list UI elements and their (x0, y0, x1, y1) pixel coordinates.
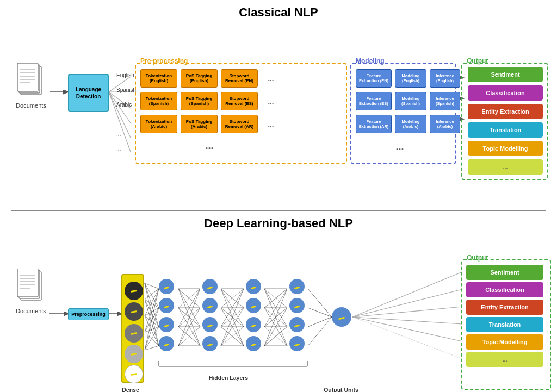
out-entity-c: Entity Extraction (468, 104, 543, 119)
svg-line-89 (308, 308, 332, 317)
svg-line-63 (221, 308, 244, 346)
preprocessing-dl-label: Preprocessing (71, 312, 106, 317)
svg-line-48 (178, 289, 200, 327)
pos-es: PoS Tagging(Spanish) (181, 92, 218, 110)
l4-n4 (289, 336, 305, 351)
svg-line-86 (264, 327, 287, 346)
l3-n4 (246, 336, 261, 351)
svg-line-78 (264, 308, 287, 327)
svg-line-23 (145, 283, 159, 346)
svg-line-62 (221, 308, 244, 327)
l1-n3 (159, 317, 174, 332)
svg-line-81 (264, 308, 287, 327)
svg-line-41 (178, 289, 200, 308)
pos-ar: PoS Tagging(Arabic) (181, 115, 218, 133)
infer-en: Inference(English) (430, 69, 460, 88)
svg-line-28 (145, 289, 159, 316)
svg-line-46 (178, 308, 200, 327)
svg-line-24 (145, 289, 159, 300)
svg-line-92 (352, 272, 462, 317)
svg-rect-103 (17, 269, 38, 297)
svg-line-85 (264, 308, 287, 346)
l2-n1 (202, 279, 218, 294)
infer-es: Inference(Spanish) (430, 92, 460, 110)
svg-line-54 (178, 327, 200, 346)
dots-r2: ... (260, 92, 282, 110)
svg-line-35 (145, 332, 159, 346)
svg-line-20 (145, 283, 159, 289)
svg-line-97 (352, 317, 462, 359)
output-units-axis-label: Output Units (319, 387, 363, 392)
l1-n1 (159, 279, 174, 294)
hidden-layers-axis-label: Hidden Layers (196, 375, 261, 381)
svg-line-70 (221, 327, 244, 346)
svg-line-49 (178, 308, 200, 327)
svg-line-57 (221, 289, 244, 308)
svg-line-90 (308, 317, 332, 327)
dense-embed-box (121, 274, 144, 383)
l3-n1 (246, 279, 261, 294)
svg-line-43 (178, 289, 200, 346)
svg-line-37 (145, 308, 159, 350)
lang-arabic: Arabic (116, 102, 136, 108)
feat-en: FeatureExtraction (EN) (356, 69, 392, 88)
dl-out-entity: Entity Extraction (466, 300, 543, 315)
dl-out-translation: Translation (466, 317, 543, 332)
tok-ar: Tokenization(Arabic) (140, 115, 177, 133)
lang-dot3: ... (116, 146, 136, 152)
hidden-layers-label: Hidden Layers (209, 375, 248, 381)
svg-line-67 (221, 327, 244, 346)
output-units-label: Output Units (324, 387, 358, 392)
modeling-label: Modeling (356, 57, 385, 65)
svg-line-96 (352, 317, 462, 341)
svg-line-88 (308, 289, 332, 317)
lang-spanish: Spanish (116, 87, 136, 93)
svg-line-27 (145, 300, 159, 346)
lang-labels: English Spanish Arabic ... ... ... (116, 72, 136, 160)
l2-n2 (202, 298, 218, 313)
output-label-dl: Output (467, 254, 488, 262)
feat-es: FeatureExtraction (ES) (356, 92, 392, 110)
svg-line-34 (145, 327, 159, 332)
svg-line-65 (221, 308, 244, 327)
out-classification-c: Classification (468, 85, 543, 101)
svg-line-44 (178, 289, 200, 308)
l3-n3 (246, 317, 261, 332)
svg-line-31 (145, 316, 159, 346)
svg-line-26 (145, 300, 159, 327)
lang-detect-box: LanguageDetection (68, 74, 109, 112)
feat-ar: FeatureExtraction (AR) (356, 115, 392, 133)
l4-n3 (289, 317, 305, 332)
svg-line-80 (264, 289, 287, 327)
classical-documents: Documents (12, 63, 50, 109)
dl-out-sentiment: Sentiment (466, 265, 543, 280)
svg-line-51 (178, 327, 200, 346)
stop-en: StopwordRemoval (EN) (221, 69, 258, 88)
model-en: Modeling(English) (395, 69, 426, 88)
svg-line-52 (178, 289, 200, 346)
svg-line-84 (264, 289, 287, 346)
dl-out-dots: ... (466, 352, 543, 367)
lang-detect-label: LanguageDetection (76, 86, 101, 100)
infer-ar: Inference(Arabic) (430, 115, 460, 133)
l2-n3 (202, 317, 218, 332)
svg-rect-12 (17, 63, 38, 91)
out-sentiment-c: Sentiment (468, 67, 543, 82)
dots-model: ... (386, 139, 413, 154)
svg-line-42 (178, 289, 200, 327)
lang-english: English (116, 72, 136, 78)
dl-doc-icon (16, 269, 46, 306)
output-unit (332, 307, 351, 327)
dl-out-classification: Classification (466, 282, 543, 297)
stop-es: StopwordRemoval (ES) (221, 92, 258, 110)
preprocessing-label: Pre-processing (140, 57, 188, 65)
svg-line-64 (221, 289, 244, 327)
dots-r1: ... (260, 69, 282, 88)
svg-line-30 (145, 316, 159, 327)
svg-line-21 (145, 283, 159, 308)
svg-line-36 (145, 289, 159, 350)
lang-dot1: ... (116, 116, 136, 122)
dots-mid: ... (199, 138, 220, 154)
svg-line-69 (221, 308, 244, 346)
svg-line-95 (352, 317, 462, 324)
